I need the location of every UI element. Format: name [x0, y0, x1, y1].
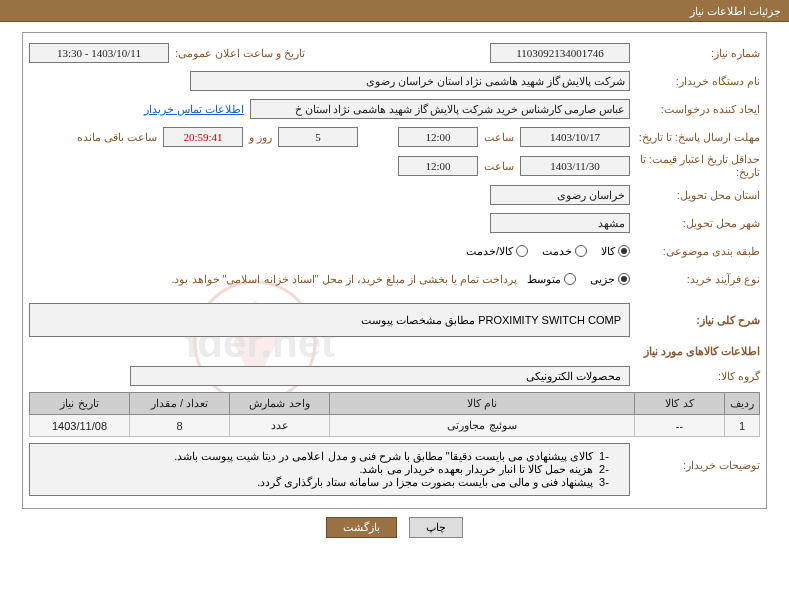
remain-label: ساعت باقی مانده	[71, 131, 163, 144]
th-qty: تعداد / مقدار	[130, 393, 230, 415]
radio-partial-label: جزیی	[590, 273, 615, 286]
summary-label: شرح کلی نیاز:	[630, 314, 760, 327]
print-button[interactable]: چاپ	[409, 517, 463, 538]
note-num-1: -1	[593, 450, 621, 463]
days-label: روز و	[243, 131, 278, 144]
radio-both[interactable]	[516, 245, 528, 257]
requester-name: عباس صارمی کارشناس خرید شرکت پالایش گاز …	[250, 99, 630, 119]
validity-label: حداقل تاریخ اعتبار قیمت: تا تاریخ:	[630, 153, 760, 179]
buyer-label: نام دستگاه خریدار:	[630, 75, 760, 88]
cell-unit: عدد	[230, 415, 330, 437]
th-row: ردیف	[725, 393, 760, 415]
buyer-name: شرکت پالایش گاز شهید هاشمی نژاد استان خر…	[190, 71, 630, 91]
th-name: نام کالا	[330, 393, 635, 415]
radio-partial[interactable]	[618, 273, 630, 285]
button-bar: چاپ بازگشت	[22, 517, 767, 538]
process-note: پرداخت تمام یا بخشی از مبلغ خرید، از محل…	[171, 273, 527, 286]
city: مشهد	[490, 213, 630, 233]
cell-code: --	[635, 415, 725, 437]
radio-service[interactable]	[575, 245, 587, 257]
province-label: استان محل تحویل:	[630, 189, 760, 202]
group-label: گروه کالا:	[630, 370, 760, 383]
page-header: جزئیات اطلاعات نیاز	[0, 0, 789, 22]
buyer-contact-link[interactable]: اطلاعات تماس خریدار	[144, 103, 250, 116]
group-value: محصولات الکترونیکی	[130, 366, 630, 386]
process-label: نوع فرآیند خرید:	[630, 273, 760, 286]
notes-label: توضیحات خریدار:	[630, 443, 760, 472]
radio-medium[interactable]	[564, 273, 576, 285]
deadline-label: مهلت ارسال پاسخ: تا تاریخ:	[630, 131, 760, 144]
notes-box: -1کالای پیشنهادی می بایست دقیقا" مطابق ب…	[29, 443, 630, 496]
city-label: شهر محل تحویل:	[630, 217, 760, 230]
main-fieldset: شماره نیاز: 1103092134001746 تاریخ و ساع…	[22, 32, 767, 509]
radio-goods[interactable]	[618, 245, 630, 257]
table-row: 1 -- سوئیچ مجاورتی عدد 8 1403/11/08	[30, 415, 760, 437]
cell-qty: 8	[130, 415, 230, 437]
items-section-title: اطلاعات کالاهای مورد نیاز	[29, 345, 760, 358]
province: خراسان رضوی	[490, 185, 630, 205]
items-table: ردیف کد کالا نام کالا واحد شمارش تعداد /…	[29, 392, 760, 437]
note-line-1: کالای پیشنهادی می بایست دقیقا" مطابق با …	[174, 450, 593, 463]
th-unit: واحد شمارش	[230, 393, 330, 415]
note-line-2: هزینه حمل کالا تا انبار خریدار بعهده خری…	[359, 463, 593, 476]
back-button[interactable]: بازگشت	[326, 517, 397, 538]
cell-date: 1403/11/08	[30, 415, 130, 437]
radio-medium-label: متوسط	[527, 273, 561, 286]
page-title: جزئیات اطلاعات نیاز	[690, 5, 781, 17]
note-line-3: پیشنهاد فنی و مالی می بایست بصورت مجزا د…	[257, 476, 593, 489]
requester-label: ایجاد کننده درخواست:	[630, 103, 760, 116]
announce-label: تاریخ و ساعت اعلان عمومی:	[169, 47, 311, 60]
note-num-3: -3	[593, 476, 621, 489]
th-code: کد کالا	[635, 393, 725, 415]
time-remaining: 20:59:41	[163, 127, 243, 147]
deadline-date: 1403/10/17	[520, 127, 630, 147]
category-label: طبقه بندی موضوعی:	[630, 245, 760, 258]
radio-service-label: خدمت	[542, 245, 572, 258]
summary-text: PROXIMITY SWITCH COMP مطابق مشخصات پیوست	[29, 303, 630, 337]
time-label-2: ساعت	[478, 160, 520, 173]
deadline-time: 12:00	[398, 127, 478, 147]
cell-row: 1	[725, 415, 760, 437]
validity-time: 12:00	[398, 156, 478, 176]
radio-goods-label: کالا	[601, 245, 615, 258]
announce-date: 1403/10/11 - 13:30	[29, 43, 169, 63]
th-date: تاریخ نیاز	[30, 393, 130, 415]
category-radio-group: کالا خدمت کالا/خدمت	[466, 245, 630, 258]
need-number: 1103092134001746	[490, 43, 630, 63]
need-number-label: شماره نیاز:	[630, 47, 760, 60]
days-remaining: 5	[278, 127, 358, 147]
radio-both-label: کالا/خدمت	[466, 245, 513, 258]
note-num-2: -2	[593, 463, 621, 476]
process-radio-group: جزیی متوسط	[527, 273, 630, 286]
time-label-1: ساعت	[478, 131, 520, 144]
validity-date: 1403/11/30	[520, 156, 630, 176]
cell-name: سوئیچ مجاورتی	[330, 415, 635, 437]
